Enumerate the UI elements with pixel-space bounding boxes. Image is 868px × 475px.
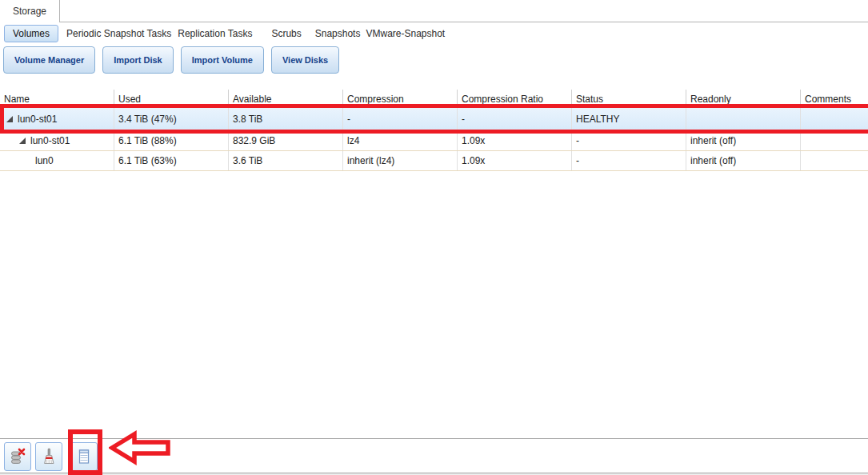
volume-status-button[interactable]	[70, 442, 98, 471]
volume-name: lun0-st01	[18, 114, 57, 125]
subtab-periodic-snapshot-tasks[interactable]: Periodic Snapshot Tasks	[66, 28, 171, 39]
database-delete-icon	[9, 448, 26, 465]
subtab-vmware-snapshot[interactable]: VMware-Snapshot	[366, 28, 445, 39]
column-header-readonly[interactable]: Readonly	[686, 90, 801, 106]
tab-storage[interactable]: Storage	[0, 0, 60, 22]
column-header-status[interactable]: Status	[572, 90, 686, 106]
name-cell: lun0-st01	[0, 107, 114, 130]
comments-cell	[801, 151, 868, 170]
name-cell: lun0-st01	[0, 131, 114, 150]
readonly-cell: inherit (off)	[686, 151, 801, 170]
available-cell: 3.6 TiB	[229, 151, 343, 170]
table-header-row: Name Used Available Compression Compress…	[0, 90, 868, 107]
readonly-cell	[686, 107, 801, 130]
zvol-name: lun0	[35, 155, 54, 166]
table-row-lun0-st01-dataset[interactable]: lun0-st01 6.1 TiB (88%) 832.9 GiB lz4 1.…	[0, 131, 868, 151]
column-header-name[interactable]: Name	[0, 90, 114, 106]
compression-cell: lz4	[343, 131, 458, 150]
status-sheet-icon	[75, 448, 93, 465]
column-header-comments[interactable]: Comments	[801, 90, 868, 106]
column-header-compression-ratio[interactable]: Compression Ratio	[458, 90, 572, 106]
column-header-used[interactable]: Used	[114, 90, 229, 106]
toolbar-top-divider	[0, 438, 868, 439]
subtab-volumes[interactable]: Volumes	[4, 25, 58, 42]
compression-cell: -	[343, 107, 458, 130]
subtab-bar: Volumes Periodic Snapshot Tasks Replicat…	[4, 24, 445, 43]
name-cell: lun0	[0, 151, 114, 170]
available-cell: 832.9 GiB	[229, 131, 343, 150]
readonly-cell: inherit (off)	[686, 131, 801, 150]
table-row-lun0-st01-pool[interactable]: lun0-st01 3.4 TiB (47%) 3.8 TiB - - HEAL…	[0, 107, 868, 131]
status-cell: HEALTHY	[572, 107, 686, 130]
table-row-lun0-zvol[interactable]: lun0 6.1 TiB (63%) 3.6 TiB inherit (lz4)…	[0, 151, 868, 171]
compression-ratio-cell: -	[458, 107, 572, 130]
subtab-scrubs[interactable]: Scrubs	[271, 28, 301, 39]
annotation-arrow-left	[109, 430, 171, 465]
expander-icon[interactable]	[19, 138, 26, 144]
action-button-row: Volume Manager Import Disk Import Volume…	[3, 46, 346, 74]
subtab-replication-tasks[interactable]: Replication Tasks	[178, 28, 252, 39]
comments-cell	[801, 131, 868, 150]
volume-manager-button[interactable]: Volume Manager	[3, 46, 95, 74]
broom-icon	[40, 448, 58, 465]
compression-ratio-cell: 1.09x	[458, 131, 572, 150]
volumes-table: Name Used Available Compression Compress…	[0, 90, 868, 171]
detach-volume-button[interactable]	[4, 442, 31, 471]
tabbar-divider	[60, 22, 868, 22]
status-cell: -	[572, 131, 686, 150]
column-header-available[interactable]: Available	[229, 90, 343, 106]
dataset-name: lun0-st01	[30, 135, 70, 146]
comments-cell	[801, 107, 868, 130]
import-volume-button[interactable]: Import Volume	[181, 46, 264, 74]
scrub-volume-button[interactable]	[35, 442, 62, 471]
compression-ratio-cell: 1.09x	[458, 151, 572, 170]
available-cell: 3.8 TiB	[229, 107, 343, 130]
view-disks-button[interactable]: View Disks	[271, 46, 339, 74]
status-cell: -	[572, 151, 686, 170]
subtab-snapshots[interactable]: Snapshots	[315, 28, 361, 39]
column-header-compression[interactable]: Compression	[343, 90, 458, 106]
used-cell: 6.1 TiB (88%)	[114, 131, 229, 150]
used-cell: 6.1 TiB (63%)	[114, 151, 229, 170]
import-disk-button[interactable]: Import Disk	[102, 46, 174, 74]
compression-cell: inherit (lz4)	[343, 151, 458, 170]
expander-icon[interactable]	[6, 116, 13, 122]
used-cell: 3.4 TiB (47%)	[114, 107, 229, 130]
